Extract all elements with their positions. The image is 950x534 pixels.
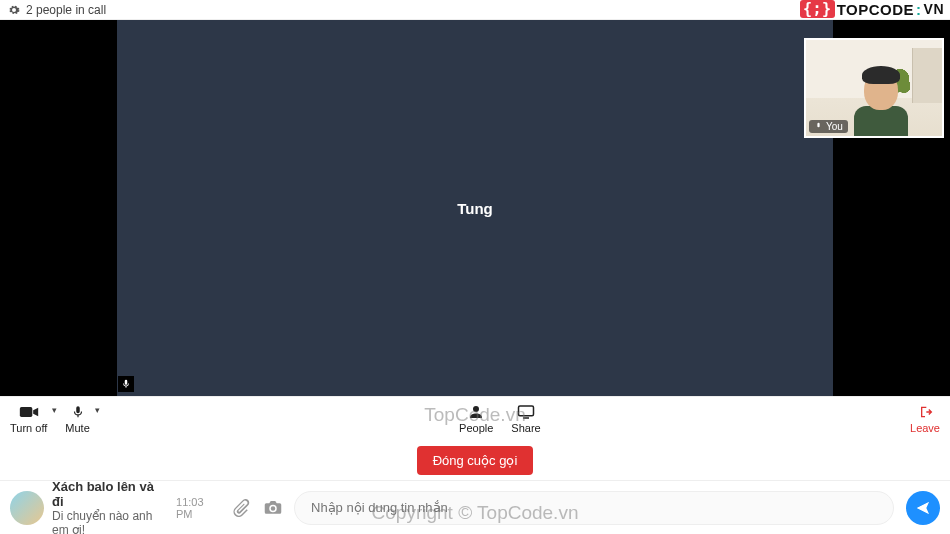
- message-subtitle: Di chuyển nào anh em ơi!: [52, 509, 168, 535]
- remote-mic-indicator: [118, 376, 134, 392]
- leave-label: Leave: [910, 422, 940, 434]
- message-title: Xách balo lên và đi: [52, 479, 168, 509]
- share-label: Share: [511, 422, 540, 434]
- camera-icon: [19, 403, 39, 421]
- camera-photo-icon[interactable]: [264, 499, 282, 517]
- camera-button[interactable]: ▾ Turn off: [10, 403, 47, 434]
- svg-rect-2: [523, 417, 529, 419]
- leave-icon: [916, 403, 934, 421]
- camera-label: Turn off: [10, 422, 47, 434]
- people-icon: [467, 403, 485, 421]
- svg-rect-1: [519, 406, 534, 416]
- message-time: 11:03 PM: [176, 496, 220, 520]
- self-video-tile[interactable]: You: [804, 38, 944, 138]
- leave-button[interactable]: Leave: [910, 403, 940, 434]
- logo-dot: :: [916, 1, 922, 18]
- svg-rect-0: [19, 407, 31, 417]
- gear-icon[interactable]: [8, 4, 20, 16]
- watermark-logo: {;} TOPCODE:VN: [796, 0, 948, 19]
- call-status-text: 2 people in call: [26, 3, 106, 17]
- self-label-text: You: [826, 121, 843, 132]
- self-label: You: [809, 120, 848, 133]
- controls-right: Leave: [910, 403, 940, 434]
- chat-footer: Xách balo lên và đi Di chuyển nào anh em…: [0, 480, 950, 534]
- logo-text: TOPCODE: [837, 1, 914, 18]
- call-controls: ▾ Turn off ▾ Mute People Share: [0, 396, 950, 440]
- mic-icon: [71, 403, 85, 421]
- controls-center: People Share: [459, 403, 541, 434]
- chevron-down-icon[interactable]: ▾: [52, 405, 57, 415]
- remote-video-tile[interactable]: Tung: [117, 20, 833, 396]
- avatar: [10, 491, 44, 525]
- controls-left: ▾ Turn off ▾ Mute: [10, 403, 90, 434]
- video-area: Tung You: [0, 20, 950, 396]
- mic-button[interactable]: ▾ Mute: [65, 403, 89, 434]
- send-button[interactable]: [906, 491, 940, 525]
- people-label: People: [459, 422, 493, 434]
- people-button[interactable]: People: [459, 403, 493, 434]
- attach-icon[interactable]: [232, 499, 250, 517]
- mic-label: Mute: [65, 422, 89, 434]
- message-input[interactable]: [294, 491, 894, 525]
- share-icon: [517, 403, 535, 421]
- remote-participant-name: Tung: [457, 200, 493, 217]
- chevron-down-icon[interactable]: ▾: [95, 405, 100, 415]
- end-call-row: Đóng cuộc gọi: [0, 440, 950, 480]
- last-message[interactable]: Xách balo lên và đi Di chuyển nào anh em…: [10, 479, 220, 535]
- chat-tools: [232, 499, 282, 517]
- logo-vn: VN: [924, 1, 944, 17]
- share-button[interactable]: Share: [511, 403, 540, 434]
- logo-brace: {;}: [800, 0, 835, 18]
- end-call-button[interactable]: Đóng cuộc gọi: [417, 446, 534, 475]
